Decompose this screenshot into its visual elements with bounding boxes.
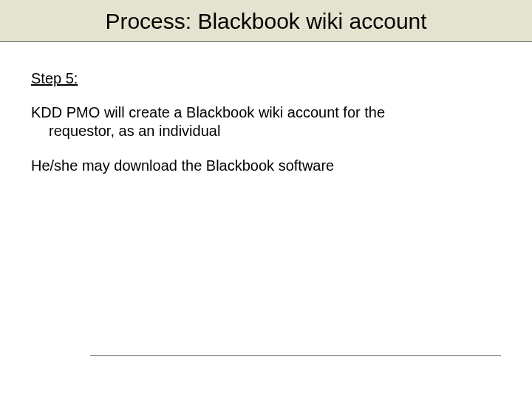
paragraph-1: KDD PMO will create a Blackbook wiki acc… — [31, 103, 501, 140]
slide-body: Step 5: KDD PMO will create a Blackbook … — [0, 42, 532, 175]
paragraph-2: He/she may download the Blackbook softwa… — [31, 157, 501, 175]
slide-title: Process: Blackbook wiki account — [0, 9, 532, 34]
paragraph-1-line-1: KDD PMO will create a Blackbook wiki acc… — [31, 104, 385, 120]
footer-divider — [90, 355, 501, 356]
title-band: Process: Blackbook wiki account — [0, 0, 532, 42]
paragraph-1-line-2: requestor, as an individual — [31, 122, 501, 140]
slide: Process: Blackbook wiki account Step 5: … — [0, 0, 532, 399]
step-label: Step 5: — [31, 70, 501, 87]
